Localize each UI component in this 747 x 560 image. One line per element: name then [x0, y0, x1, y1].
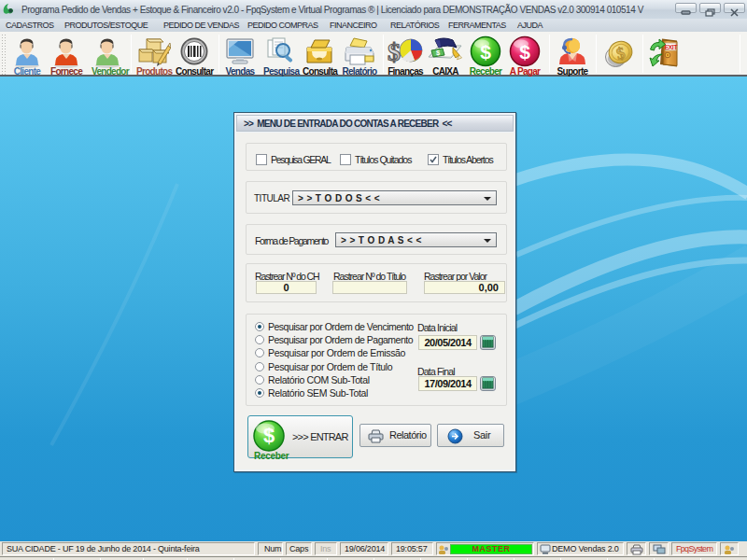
svg-text:$: $ [480, 41, 491, 63]
svg-text:$: $ [388, 37, 401, 66]
svg-text:EXIT: EXIT [664, 44, 678, 50]
svg-text:$: $ [519, 41, 530, 63]
svg-text:$: $ [263, 424, 275, 447]
